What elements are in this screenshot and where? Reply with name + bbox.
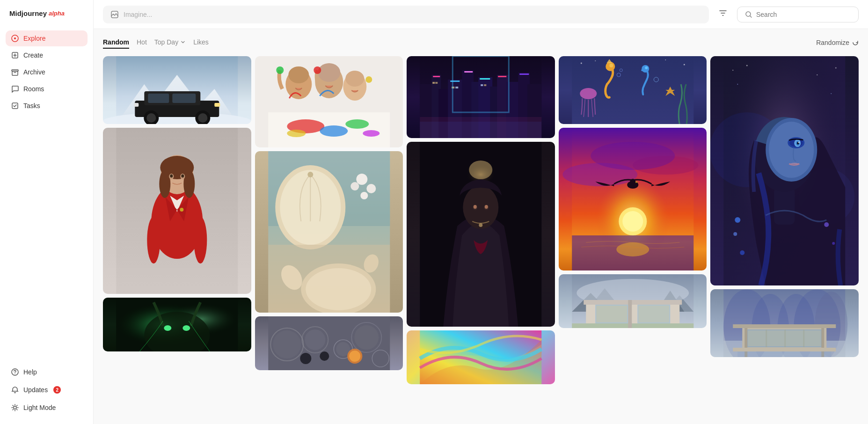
svg-point-37 xyxy=(181,175,184,178)
list-item[interactable] xyxy=(559,128,707,270)
svg-point-85 xyxy=(354,325,379,350)
filter-button[interactable] xyxy=(715,5,731,24)
list-item[interactable] xyxy=(407,56,555,138)
chevron-down-icon xyxy=(180,39,186,45)
sidebar-bottom: Help Updates 2 Light Mode xyxy=(6,364,88,417)
list-item[interactable] xyxy=(407,142,555,327)
svg-rect-117 xyxy=(420,122,541,138)
svg-rect-167 xyxy=(628,300,632,328)
grid-col-3 xyxy=(407,56,555,384)
logo: Midjourney alpha xyxy=(6,7,88,19)
svg-point-191 xyxy=(824,222,829,227)
list-item[interactable] xyxy=(103,298,251,351)
sidebar-item-create[interactable]: Create xyxy=(6,47,88,63)
archive-icon xyxy=(11,68,19,76)
svg-point-134 xyxy=(684,64,685,66)
svg-point-60 xyxy=(276,66,284,74)
tasks-icon xyxy=(11,102,19,110)
list-item[interactable] xyxy=(103,128,251,294)
svg-point-121 xyxy=(469,161,492,179)
list-item[interactable] xyxy=(255,56,403,147)
svg-point-138 xyxy=(645,66,648,69)
tab-hot[interactable]: Hot xyxy=(137,37,147,49)
list-item[interactable] xyxy=(559,274,707,328)
svg-point-190 xyxy=(740,250,745,255)
svg-point-68 xyxy=(356,174,367,185)
sidebar-item-explore-label: Explore xyxy=(23,35,45,42)
svg-point-45 xyxy=(164,325,171,331)
svg-rect-109 xyxy=(519,73,529,75)
sidebar-item-lightmode-label: Light Mode xyxy=(23,404,56,411)
blue-woman-image xyxy=(710,56,859,285)
svg-rect-110 xyxy=(432,82,435,84)
svg-point-142 xyxy=(580,88,597,99)
modern-house-image xyxy=(559,274,707,328)
filter-tabs: Random Hot Top Day Likes Randomize xyxy=(103,37,859,49)
logo-text: Midjourney xyxy=(9,9,47,17)
svg-point-88 xyxy=(349,351,360,362)
tab-random[interactable]: Random xyxy=(103,37,129,49)
svg-point-122 xyxy=(463,186,498,229)
grid-col-5 xyxy=(710,56,859,357)
list-item[interactable] xyxy=(255,151,403,313)
sunset-bird-image xyxy=(559,128,707,270)
svg-rect-200 xyxy=(733,324,836,328)
svg-rect-164 xyxy=(596,306,627,322)
svg-point-79 xyxy=(273,330,301,358)
svg-point-1 xyxy=(14,37,16,39)
sidebar-item-help-label: Help xyxy=(23,368,37,376)
sidebar-item-archive[interactable]: Archive xyxy=(6,64,88,80)
sidebar-item-lightmode[interactable]: Light Mode xyxy=(6,400,88,416)
randomize-button[interactable]: Randomize xyxy=(816,39,859,46)
svg-point-30 xyxy=(183,170,195,198)
create-icon xyxy=(11,51,19,59)
sidebar-item-create-label: Create xyxy=(23,51,43,59)
help-icon xyxy=(11,368,19,376)
svg-point-53 xyxy=(363,130,379,137)
svg-point-51 xyxy=(345,119,369,129)
svg-point-173 xyxy=(835,67,837,69)
filter-icon xyxy=(718,8,728,18)
list-item[interactable] xyxy=(559,56,707,124)
sidebar-item-rooms[interactable]: Rooms xyxy=(6,81,88,97)
list-item[interactable] xyxy=(710,289,859,357)
updates-badge: 2 xyxy=(53,386,61,394)
compass-icon xyxy=(11,35,19,42)
sidebar-item-explore[interactable]: Explore xyxy=(6,30,88,46)
tab-topday[interactable]: Top Day xyxy=(154,37,186,49)
svg-point-52 xyxy=(287,130,306,137)
list-item[interactable] xyxy=(255,316,403,370)
tab-likes[interactable]: Likes xyxy=(193,37,209,49)
grid-col-2 xyxy=(255,56,403,370)
svg-point-59 xyxy=(345,71,364,87)
topbar: Imagine... xyxy=(94,0,868,29)
sidebar-item-rooms-label: Rooms xyxy=(23,85,44,93)
svg-point-188 xyxy=(735,217,741,223)
search-input[interactable] xyxy=(756,11,850,18)
svg-point-127 xyxy=(479,223,482,227)
svg-point-125 xyxy=(474,205,477,209)
svg-point-133 xyxy=(665,59,666,60)
sidebar-item-updates[interactable]: Updates 2 xyxy=(6,382,88,398)
content-area: Random Hot Top Day Likes Randomize xyxy=(94,29,868,424)
svg-rect-106 xyxy=(464,71,473,73)
sidebar-item-tasks[interactable]: Tasks xyxy=(6,98,88,114)
svg-rect-205 xyxy=(785,329,786,347)
svg-point-130 xyxy=(581,63,582,64)
svg-point-175 xyxy=(831,93,832,94)
list-item[interactable] xyxy=(103,56,251,124)
imagine-icon xyxy=(110,10,119,19)
list-item[interactable] xyxy=(710,56,859,285)
svg-point-7 xyxy=(14,406,16,409)
svg-point-89 xyxy=(300,353,311,364)
list-item[interactable] xyxy=(407,330,555,384)
svg-point-22 xyxy=(198,113,207,123)
sidebar-item-help[interactable]: Help xyxy=(6,364,88,380)
rooms-icon xyxy=(11,85,19,93)
imagine-placeholder[interactable]: Imagine... xyxy=(124,11,152,18)
search-box[interactable] xyxy=(737,7,859,22)
imagine-input-box[interactable]: Imagine... xyxy=(103,6,709,23)
sea-creatures-image xyxy=(559,56,707,124)
svg-point-172 xyxy=(817,74,818,75)
logo-alpha: alpha xyxy=(49,10,65,17)
